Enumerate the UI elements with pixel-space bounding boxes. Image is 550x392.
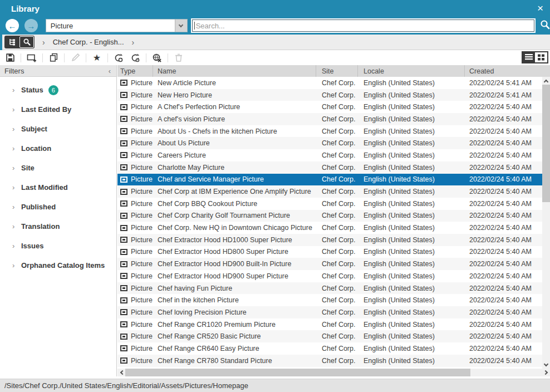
forward-arrow-icon: → [27, 22, 35, 30]
table-row[interactable]: Picture Chef Corp. New HQ in Downtown Ch… [117, 222, 542, 234]
scroll-right-button[interactable] [542, 369, 550, 376]
table-row[interactable]: Picture Chef Extractor Hood HD900 Super … [117, 270, 542, 282]
table-row[interactable]: Picture New Hero Picture Chef Corp. Engl… [117, 89, 542, 101]
dropdown-button[interactable] [175, 19, 187, 32]
row-locale: English (United States) [358, 149, 465, 161]
picture-icon [120, 273, 127, 279]
filter-item[interactable]: › Translation [0, 217, 116, 236]
filter-item[interactable]: › Last Edited By [0, 100, 116, 119]
column-header-site[interactable]: Site [316, 65, 358, 77]
row-name: Chef Corp BBQ Cookout Picture [153, 198, 316, 210]
row-locale: English (United States) [358, 125, 465, 138]
picture-icon [120, 152, 127, 158]
table-row[interactable]: Picture Chef having Fun Picture Chef Cor… [117, 282, 542, 295]
restore-version-button[interactable] [112, 52, 125, 63]
add-image-button[interactable] [25, 52, 38, 63]
vertical-scroll-thumb[interactable] [542, 85, 550, 202]
copy-button[interactable] [47, 52, 60, 63]
row-locale: English (United States) [358, 306, 465, 318]
chevron-down-icon [544, 361, 548, 366]
close-icon[interactable]: × [537, 2, 543, 14]
edit-icon [71, 53, 80, 62]
vertical-scrollbar[interactable] [542, 77, 550, 369]
grid-view-button[interactable] [535, 52, 547, 62]
table-row[interactable]: Picture Chef Corp at IBM Experience One … [117, 185, 542, 198]
table-row[interactable]: Picture A Chef's Perfection Picture Chef… [117, 101, 542, 113]
text-cursor [194, 22, 195, 30]
column-header-created[interactable]: Created [465, 65, 550, 77]
delete-button[interactable] [172, 52, 185, 63]
filter-item[interactable]: › Orphaned Catalog Items [0, 256, 116, 275]
table-row[interactable]: Picture A chef's vision Picture Chef Cor… [117, 113, 542, 125]
filter-item[interactable]: › Subject [0, 119, 116, 139]
table-row[interactable]: Picture Chef Corp Charity Golf Tournamen… [117, 210, 542, 222]
table-row[interactable]: Picture Chef Range CR780 Standard Pictur… [117, 355, 542, 367]
row-type-cell: Picture [117, 270, 153, 282]
column-header-type[interactable]: Type [117, 65, 153, 77]
search-view-button[interactable] [19, 36, 34, 48]
row-locale: English (United States) [358, 294, 465, 306]
row-type-label: Picture [131, 248, 153, 256]
refresh-version-button[interactable] [129, 52, 142, 63]
back-button[interactable]: ← [6, 19, 19, 32]
table-row[interactable]: Picture Chef Corp BBQ Cookout Picture Ch… [117, 198, 542, 210]
breadcrumb-separator[interactable]: › [132, 38, 135, 47]
filter-item[interactable]: › Location [0, 139, 116, 158]
row-site: Chef Corp. [316, 222, 358, 234]
scroll-up-button[interactable] [542, 77, 550, 85]
filter-item[interactable]: › Site [0, 158, 116, 178]
table-row[interactable]: Picture Chef and Service Manager Picture… [117, 174, 542, 186]
filter-item[interactable]: › Issues [0, 236, 116, 256]
row-site: Chef Corp. [316, 282, 358, 295]
type-filter-dropdown[interactable]: Picture [46, 19, 188, 32]
row-site: Chef Corp. [316, 294, 358, 306]
forward-button[interactable]: → [24, 19, 38, 32]
table-row[interactable]: Picture Chef Range CR640 Easy Picture Ch… [117, 342, 542, 355]
picture-icon [120, 225, 127, 231]
filter-item[interactable]: › Published [0, 197, 116, 217]
table-row[interactable]: Picture Chef in the kitchen Picture Chef… [117, 294, 542, 306]
row-locale: English (United States) [358, 210, 465, 222]
table-row[interactable]: Picture About Us - Chefs in the kitchen … [117, 125, 542, 138]
filter-count-badge: 6 [48, 85, 58, 95]
column-header-locale[interactable]: Locale [358, 65, 465, 77]
table-row[interactable]: Picture Chef Extractor Hood HD1000 Super… [117, 234, 542, 246]
table-row[interactable]: Picture About Us Picture Chef Corp. Engl… [117, 137, 542, 149]
table-row[interactable]: Picture Chef Extractor Hood HD800 Super … [117, 246, 542, 258]
filter-item[interactable]: › Status 6 [0, 80, 116, 100]
breadcrumb-root[interactable]: Chef Corp. - English... [53, 38, 124, 46]
table-row[interactable]: Picture Chef Range CR520 Basic Picture C… [117, 330, 542, 342]
horizontal-scrollbar[interactable] [117, 369, 550, 376]
table-body: Picture New Article Picture Chef Corp. E… [117, 77, 542, 369]
column-header-name[interactable]: Name [153, 65, 316, 77]
horizontal-scroll-thumb[interactable] [125, 369, 470, 376]
list-view-button[interactable] [523, 52, 535, 62]
row-type-cell: Picture [117, 342, 153, 355]
filters-list: › Status 6 › Last Edited By › Subject › … [0, 77, 116, 275]
filter-label: Issues [21, 242, 43, 250]
favorite-button[interactable]: ★ [90, 52, 104, 63]
remove-translation-button[interactable] [150, 52, 164, 63]
row-type-label: Picture [131, 164, 153, 171]
save-button[interactable] [3, 52, 17, 63]
search-input[interactable]: Search... [192, 19, 534, 32]
table-row[interactable]: Picture Charlotte May Picture Chef Corp.… [117, 161, 542, 174]
table-row[interactable]: Picture Chef loving Precision Picture Ch… [117, 306, 542, 318]
collapse-sidebar-icon[interactable]: ‹ [109, 67, 111, 75]
nav-bar: ← → Picture Search... [0, 17, 550, 35]
scroll-down-button[interactable] [542, 361, 550, 369]
table-row[interactable]: Picture New Article Picture Chef Corp. E… [117, 77, 542, 89]
scroll-left-button[interactable] [117, 369, 125, 376]
filter-label: Status [21, 86, 43, 94]
table-row[interactable]: Picture Chef Extractor Hood HD900 Built-… [117, 258, 542, 270]
row-site: Chef Corp. [316, 210, 358, 222]
tree-view-button[interactable] [5, 36, 19, 48]
edit-button[interactable] [68, 52, 82, 63]
table-row[interactable]: Picture Careers Picture Chef Corp. Engli… [117, 149, 542, 161]
picture-icon [120, 261, 127, 267]
search-icon[interactable] [540, 19, 550, 32]
list-view-icon [524, 53, 533, 61]
table-row[interactable]: Picture Chef Range CR1020 Premium Pictur… [117, 318, 542, 331]
table-header: Type Name Site Locale Created [117, 65, 550, 77]
filter-item[interactable]: › Last Modified [0, 178, 116, 197]
